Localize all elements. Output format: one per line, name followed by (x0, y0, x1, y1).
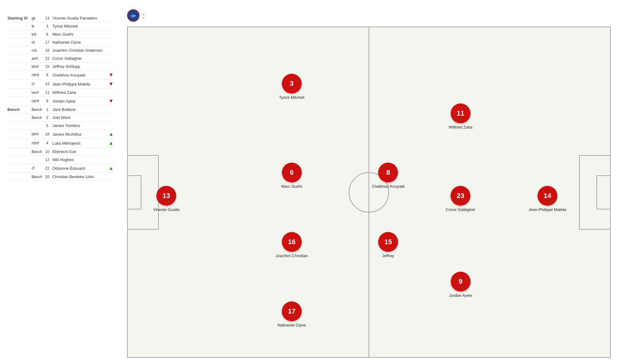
section-label (6, 46, 30, 55)
substitution-arrow (107, 22, 115, 30)
position-label (30, 156, 43, 164)
player-circle: 9 (451, 272, 471, 292)
jersey-number: 14 (43, 80, 51, 89)
player-node: 3Tyrick Mitchell (279, 74, 304, 100)
player-circle: 14 (538, 186, 557, 206)
player-name-label: Nathaniel Clyne (277, 323, 306, 327)
jersey-number: 18 (43, 130, 51, 139)
jersey-number: 17 (43, 38, 51, 46)
section-label (6, 80, 30, 89)
section-label (6, 30, 30, 38)
position-label: gk (30, 14, 43, 22)
lineup-table: Starting XIgk13Vicente Guaita Panaderolb… (6, 14, 115, 181)
substitution-arrow (107, 106, 115, 114)
player-name: Tyrick Mitchell (51, 22, 107, 30)
substitution-arrow: ▲ (107, 164, 115, 173)
substitution-arrow (107, 89, 115, 97)
section-label (6, 164, 30, 173)
player-circle: 8 (378, 163, 398, 182)
player-name-label: Jordan Ayew (449, 293, 472, 298)
player-circle: 16 (282, 232, 302, 252)
goal-box-left-icon (128, 175, 141, 209)
section-label (6, 97, 30, 106)
jersey-number: 11 (43, 89, 51, 97)
player-name-label: Conor Gallagher (446, 207, 475, 212)
player-name: Conor Gallagher (51, 55, 107, 63)
position-label: Bench (30, 173, 43, 181)
player-circle: 11 (451, 103, 471, 123)
jersey-number: 6 (43, 30, 51, 38)
left-panel: Starting XIgk13Vicente Guaita Panaderolb… (0, 0, 121, 364)
goal-box-right-icon (596, 175, 610, 209)
section-label (6, 63, 30, 71)
section-label (6, 114, 30, 122)
player-name: Wilfried Zaha (51, 89, 107, 97)
position-label: Bench (30, 148, 43, 156)
player-name-label: Vicente Guaita (153, 207, 179, 212)
pitch: 3Tyrick Mitchell11Wilfried Zaha6Marc Gué… (127, 27, 611, 358)
player-circle: 15 (378, 232, 398, 252)
arrow-down-icon: ▼ (108, 98, 113, 103)
player-node: 9Jordan Ayew (449, 272, 472, 298)
position-label: rdmf (30, 139, 43, 148)
section-label (6, 89, 30, 97)
substitution-arrow (107, 46, 115, 55)
position-label: lcb (30, 30, 43, 38)
player-circle: 13 (156, 186, 176, 206)
player-node: 8Cheikhou Kouyaté (372, 163, 405, 189)
player-name-label: Joachim Christian (276, 253, 308, 258)
section-label (6, 71, 30, 80)
substitution-arrow (107, 122, 115, 130)
player-node: 23Conor Gallagher (446, 186, 475, 212)
jersey-number: 16 (43, 46, 51, 55)
jersey-number: 8 (43, 71, 51, 80)
player-name-label: Jean-Philippe Mateta (529, 207, 566, 212)
arrow-up-icon: ▲ (108, 140, 113, 146)
position-label: lamf (30, 89, 43, 97)
section-label (6, 22, 30, 30)
player-circle: 17 (282, 301, 302, 321)
club-logo-icon: CP (127, 9, 140, 22)
player-node: 15Jeffrey (378, 232, 398, 258)
player-name: Christian Benteke Liolo (51, 173, 107, 181)
player-name: Vicente Guaita Panadero (51, 14, 107, 22)
substitution-arrow (107, 114, 115, 122)
jersey-number: 10 (43, 148, 51, 156)
player-name: Luka Milivojević (51, 139, 107, 148)
position-label: Bench (30, 106, 43, 114)
section-label: Bench (6, 106, 30, 114)
position-label: rdmf (30, 71, 43, 80)
position-label: rb (30, 38, 43, 46)
player-name: James Tomkins (51, 122, 107, 130)
player-node: 6Marc Guéhi (281, 163, 302, 189)
player-node: 11Wilfried Zaha (449, 103, 472, 129)
section-label: Starting XI (6, 14, 30, 22)
arrow-down-icon: ▼ (108, 72, 113, 77)
jersey-number: 4 (43, 139, 51, 148)
position-label: lb (30, 22, 43, 30)
jersey-number: 20 (43, 173, 51, 181)
substitution-arrow: ▲ (107, 139, 115, 148)
position-label: ldmf (30, 130, 43, 139)
jersey-number: 1 (43, 106, 51, 114)
substitution-arrow (107, 55, 115, 63)
jersey-number: 22 (43, 164, 51, 173)
position-label: amf (30, 55, 43, 63)
position-label: ramf (30, 97, 43, 106)
jersey-number: 5 (43, 122, 51, 130)
section-label (6, 130, 30, 139)
substitution-arrow (107, 148, 115, 156)
section-label (6, 38, 30, 46)
jersey-number: 12 (43, 156, 51, 164)
player-name: Joachim Christian Andersen (51, 46, 107, 55)
player-name-label: Cheikhou Kouyaté (372, 184, 405, 189)
right-panel: CP : 3Tyrick Mitchell11Wilfried Zaha6Mar… (121, 0, 620, 364)
section-label (6, 148, 30, 156)
player-circle: 23 (451, 186, 471, 206)
player-name-label: Jeffrey (382, 253, 394, 258)
player-name: Jean-Philippe Mateta (51, 80, 107, 89)
player-name-label: Marc Guéhi (281, 184, 302, 189)
arrow-down-icon: ▼ (108, 81, 113, 86)
position-label: ldmf (30, 63, 43, 71)
substitution-arrow (107, 63, 115, 71)
